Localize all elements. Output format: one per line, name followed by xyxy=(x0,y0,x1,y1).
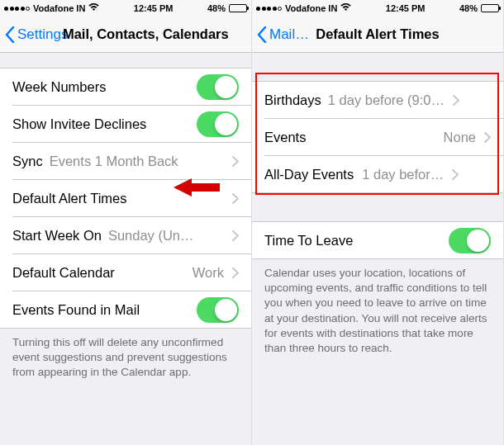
chevron-left-icon xyxy=(257,26,267,43)
row-default-alert-times[interactable]: Default Alert Times xyxy=(0,180,251,217)
screen-settings-mail: Vodafone IN 12:45 PM 48% Settings Mail, … xyxy=(0,0,252,445)
row-all-day-events[interactable]: All-Day Events 1 day befor… xyxy=(252,156,503,193)
page-title: Mail, Contacts, Calendars xyxy=(63,26,229,42)
back-label: Settings xyxy=(17,26,68,43)
chevron-right-icon xyxy=(484,132,491,143)
toggle-week-numbers[interactable] xyxy=(197,74,239,100)
row-value: None xyxy=(312,130,476,145)
status-bar: Vodafone IN 12:45 PM 48% xyxy=(0,0,251,17)
row-birthdays[interactable]: Birthdays 1 day before (9:0… xyxy=(252,82,503,119)
row-label: All-Day Events xyxy=(264,167,354,182)
page-title: Default Alert Times xyxy=(316,26,439,42)
row-value: Work xyxy=(121,265,224,281)
chevron-left-icon xyxy=(5,26,15,43)
chevron-right-icon xyxy=(232,267,239,278)
chevron-right-icon xyxy=(453,95,459,106)
row-value: Sunday (Un… xyxy=(108,228,194,244)
carrier-label: Vodafone IN xyxy=(285,3,337,13)
wifi-icon xyxy=(88,3,99,13)
row-show-invitee-declines[interactable]: Show Invitee Declines xyxy=(0,106,251,143)
battery-icon xyxy=(229,4,247,12)
back-button[interactable]: Settings xyxy=(5,26,68,43)
row-label: Default Calendar xyxy=(12,265,115,281)
chevron-right-icon xyxy=(232,230,239,241)
back-label: Mail… xyxy=(269,26,309,43)
row-events[interactable]: Events None xyxy=(252,119,503,156)
row-label: Default Alert Times xyxy=(12,191,126,206)
wifi-icon xyxy=(340,3,351,13)
row-label: Show Invitee Declines xyxy=(12,116,146,132)
signal-strength-icon xyxy=(256,7,282,11)
chevron-right-icon xyxy=(232,156,239,167)
settings-list: Week Numbers Show Invitee Declines Sync … xyxy=(0,53,251,445)
row-value: Events 1 Month Back xyxy=(50,154,178,169)
clock-label: 12:45 PM xyxy=(386,3,426,13)
signal-strength-icon xyxy=(4,7,30,11)
row-week-numbers[interactable]: Week Numbers xyxy=(0,69,251,106)
status-bar: Vodafone IN 12:45 PM 48% xyxy=(252,0,503,17)
chevron-right-icon xyxy=(232,193,239,204)
row-label: Events xyxy=(264,130,306,145)
clock-label: 12:45 PM xyxy=(134,3,174,13)
section-footer: Calendar uses your location, locations o… xyxy=(252,259,503,367)
row-events-found-in-mail[interactable]: Events Found in Mail xyxy=(0,291,251,329)
row-label: Time To Leave xyxy=(264,233,353,249)
chevron-right-icon xyxy=(452,169,459,180)
settings-list: Birthdays 1 day before (9:0… Events None… xyxy=(252,53,503,445)
toggle-show-invitee[interactable] xyxy=(197,111,239,137)
section-footer: Turning this off will delete any unconfi… xyxy=(0,329,251,392)
row-sync[interactable]: Sync Events 1 Month Back xyxy=(0,143,251,180)
navigation-bar: Mail… Default Alert Times xyxy=(252,17,503,53)
toggle-time-to-leave[interactable] xyxy=(449,228,491,253)
navigation-bar: Settings Mail, Contacts, Calendars xyxy=(0,17,251,53)
row-label: Sync xyxy=(12,154,43,169)
row-time-to-leave[interactable]: Time To Leave xyxy=(252,222,503,259)
back-button[interactable]: Mail… xyxy=(257,26,309,43)
row-default-calendar[interactable]: Default Calendar Work xyxy=(0,254,251,291)
row-label: Start Week On xyxy=(12,228,102,244)
battery-icon xyxy=(481,4,499,12)
row-label: Birthdays xyxy=(264,92,321,108)
row-label: Events Found in Mail xyxy=(12,302,140,318)
row-start-week-on[interactable]: Start Week On Sunday (Un… xyxy=(0,217,251,254)
carrier-label: Vodafone IN xyxy=(33,3,85,13)
row-value: 1 day before (9:0… xyxy=(328,92,445,108)
toggle-events-in-mail[interactable] xyxy=(197,297,239,323)
row-value: 1 day befor… xyxy=(362,167,444,182)
battery-percent-label: 48% xyxy=(459,3,478,13)
row-label: Week Numbers xyxy=(12,79,106,95)
screen-default-alert-times: Vodafone IN 12:45 PM 48% Mail… Default A… xyxy=(252,0,504,445)
battery-percent-label: 48% xyxy=(207,3,226,13)
